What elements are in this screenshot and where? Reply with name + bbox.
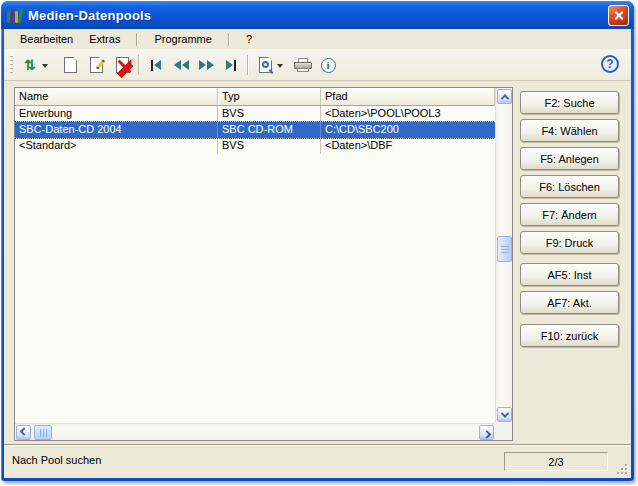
window-title: Medien-Datenpools <box>28 8 151 23</box>
toolbar-separator <box>138 55 140 75</box>
print-button[interactable] <box>292 54 314 76</box>
previous-record-button[interactable] <box>170 54 192 76</box>
af5-inst-button[interactable]: AF5: Inst <box>520 263 619 286</box>
cell-name: <Standard> <box>15 138 218 154</box>
toolbar-separator <box>247 55 249 75</box>
chevron-right-icon <box>482 430 490 438</box>
new-button[interactable] <box>59 54 81 76</box>
chevron-up-icon <box>500 94 508 102</box>
info-button[interactable]: i <box>317 54 339 76</box>
scroll-left-button[interactable] <box>16 425 31 440</box>
scroll-down-button[interactable] <box>497 407 512 422</box>
cell-typ: BVS <box>218 106 321 122</box>
preview-icon <box>259 57 272 73</box>
horizontal-scroll-thumb[interactable] <box>34 425 52 440</box>
column-header-pfad[interactable]: Pfad <box>321 88 495 106</box>
menu-bar: Bearbeiten Extras Programme ? <box>4 29 631 50</box>
cell-name: SBC-Daten-CD 2004 <box>15 122 218 138</box>
cell-pfad: C:\CD\SBC200 <box>321 122 495 138</box>
scrollbar-corner <box>495 423 512 440</box>
titlebar[interactable]: Medien-Datenpools <box>1 1 634 29</box>
scroll-right-button[interactable] <box>479 425 494 440</box>
menu-help[interactable]: ? <box>238 31 260 47</box>
f9-druck-button[interactable]: F9: Druck <box>520 231 619 254</box>
menu-extras[interactable]: Extras <box>81 31 128 47</box>
column-header-typ[interactable]: Typ <box>218 88 321 106</box>
scroll-up-button[interactable] <box>497 89 512 104</box>
delete-button[interactable] <box>111 54 133 76</box>
info-icon: i <box>321 58 336 73</box>
next-record-button[interactable] <box>195 54 217 76</box>
cell-pfad: <Daten>\DBF <box>321 138 495 154</box>
f10-zurueck-button[interactable]: F10: zurück <box>520 324 619 347</box>
toolbar-grip[interactable] <box>10 55 13 75</box>
af7-akt-button[interactable]: AF7: Akt. <box>520 291 619 314</box>
f2-suche-button[interactable]: F2: Suche <box>520 91 619 114</box>
vertical-scroll-thumb[interactable] <box>497 236 512 262</box>
new-document-icon <box>64 57 77 73</box>
chevron-left-icon <box>19 427 27 435</box>
table-header: Name Typ Pfad <box>15 88 495 106</box>
refresh-icon: ⇅ <box>24 58 36 72</box>
status-bar: Nach Pool suchen 2/3 <box>4 446 631 478</box>
f6-loeschen-button[interactable]: F6: Löschen <box>520 175 619 198</box>
refresh-dropdown-arrow[interactable] <box>42 64 48 68</box>
previous-record-icon <box>174 60 189 70</box>
print-icon <box>294 58 312 73</box>
menu-separator <box>228 33 230 46</box>
column-header-name[interactable]: Name <box>15 88 218 106</box>
client-area: Bearbeiten Extras Programme ? ⇅ <box>4 29 631 478</box>
table-row[interactable]: <Standard> BVS <Daten>\DBF <box>15 138 495 154</box>
record-counter: 2/3 <box>504 452 608 471</box>
resize-grip[interactable] <box>613 460 627 474</box>
cell-typ: SBC CD-ROM <box>218 122 321 138</box>
f5-anlegen-button[interactable]: F5: Anlegen <box>520 147 619 170</box>
help-icon[interactable]: ? <box>601 55 619 73</box>
delete-document-icon <box>116 57 129 73</box>
vertical-scrollbar[interactable] <box>495 88 512 423</box>
toolbar: ⇅ <box>4 50 631 81</box>
cell-typ: BVS <box>218 138 321 154</box>
preview-button[interactable] <box>254 54 276 76</box>
menu-bearbeiten[interactable]: Bearbeiten <box>12 31 81 47</box>
menu-separator <box>136 33 138 46</box>
f7-aendern-button[interactable]: F7: Ändern <box>520 203 619 226</box>
last-record-icon <box>226 60 236 71</box>
cell-pfad: <Daten>\POOL\POOL3 <box>321 106 495 122</box>
table-row-selected[interactable]: SBC-Daten-CD 2004 SBC CD-ROM C:\CD\SBC20… <box>15 122 495 138</box>
close-button[interactable] <box>608 5 629 26</box>
first-record-icon <box>151 60 161 71</box>
preview-dropdown-arrow[interactable] <box>277 64 283 68</box>
table-row[interactable]: Erwerbung BVS <Daten>\POOL\POOL3 <box>15 106 495 122</box>
chevron-down-icon <box>500 409 508 417</box>
cell-name: Erwerbung <box>15 106 218 122</box>
app-window: Medien-Datenpools Bearbeiten Extras Prog… <box>1 1 634 481</box>
refresh-button[interactable]: ⇅ <box>19 54 41 76</box>
menu-programme[interactable]: Programme <box>146 31 219 47</box>
last-record-button[interactable] <box>220 54 242 76</box>
f4-waehlen-button[interactable]: F4: Wählen <box>520 119 619 142</box>
edit-button[interactable] <box>85 54 107 76</box>
horizontal-scrollbar[interactable] <box>15 423 495 440</box>
edit-document-icon <box>90 57 103 73</box>
next-record-icon <box>199 60 214 70</box>
first-record-button[interactable] <box>145 54 167 76</box>
pool-list: Name Typ Pfad Erwerbung BVS <Daten>\POOL… <box>15 88 495 423</box>
books-app-icon <box>7 8 22 23</box>
status-message: Nach Pool suchen <box>12 454 101 466</box>
pool-table: Name Typ Pfad Erwerbung BVS <Daten>\POOL… <box>14 87 513 441</box>
